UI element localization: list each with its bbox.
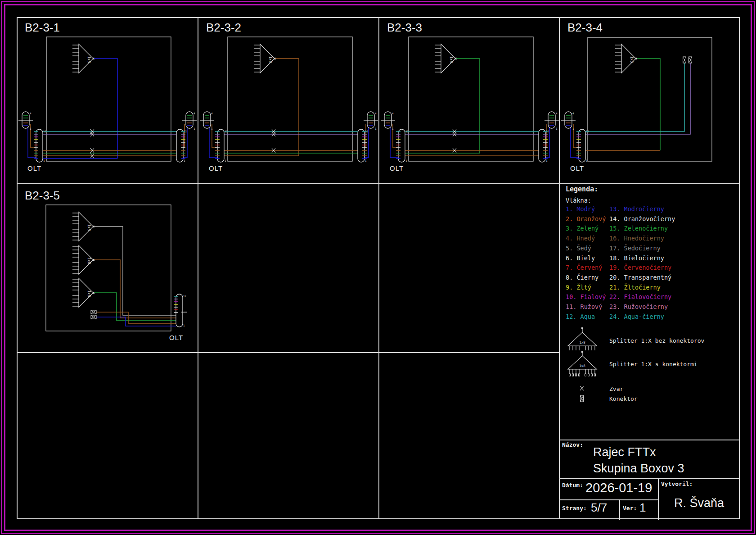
connector-icon [689,57,692,63]
splice-label: Zvar [609,385,623,392]
version-label: Ver: [623,505,637,512]
connector-icon [683,57,686,63]
splitter-with-connectors-icon [568,351,597,376]
cassette-fiber-ticks [174,296,178,313]
olt-label: OLT [570,164,584,172]
fiber-routes [94,227,187,326]
date-value: 2026-01-19 [585,481,652,495]
version-value: 1 [639,501,646,515]
drawing-name: Rajec FTTx Skupina Boxov 3 [593,444,684,476]
splitter-no-connectors-label: Splitter 1:X bez konektorov [609,337,704,344]
panel-title: B2-3-3 [387,21,422,34]
splitter-1x8-icon [435,44,457,73]
splice-icon [580,386,584,390]
date-label: Dátum: [562,482,583,489]
splitter-1x8-icon [615,44,637,73]
panel-b2-3-5: B2-3-5 OLT [17,184,198,353]
splitter-1x8-icon [72,278,94,307]
panel-title: B2-3-4 [567,21,603,34]
olt-label: OLT [27,164,41,172]
splitter-1x8-icon [72,245,94,274]
enclosure-box [46,37,171,161]
panel-title: B2-3-2 [206,21,241,34]
feeder-loop-icon [561,112,576,130]
feeder-loop-icon [381,112,395,130]
fiber-routes [571,59,690,158]
pages-label: Strany: [562,505,587,512]
splitter-with-connectors-label: Splitter 1:X s konektormi [609,361,698,367]
pages-version-divider [619,499,620,520]
connector-icon [91,310,96,314]
splitter-1x8-icon [72,44,94,73]
enclosure-box [409,37,533,161]
olt-label: OLT [169,334,183,341]
drawing-name-line2: Skupina Boxov 3 [593,460,684,476]
feeder-loop-icon [200,112,214,130]
splitter-1x8-icon [72,212,94,241]
panel-title: B2-3-5 [25,189,60,202]
author-label: Vytvoril: [661,481,693,487]
fiber-routes [28,59,187,159]
feeder-loop-icon [18,112,33,130]
drawing-name-line1: Rajec FTTx [593,444,684,460]
name-label: Názov: [562,441,583,448]
panel-b2-3-2: B2-3-2 OLT [198,17,379,184]
name-box-bottom-line [559,478,740,479]
fiber-routes [209,59,369,158]
panel-b2-3-3: B2-3-3 OLT [379,17,560,184]
splitter-no-connectors-icon [568,327,597,350]
panel-b2-3-4: B2-3-4 OLT [559,17,740,184]
date-box-bottom-line [559,499,659,500]
connector-icon [580,395,584,402]
connector-icon [91,315,96,319]
connector-label: Konektor [609,395,638,402]
pages-value: 5/7 [591,501,607,515]
panel-b2-3-1: B2-3-1 OLT [17,17,198,184]
fiber-routes [390,59,549,158]
olt-label: OLT [390,164,404,172]
enclosure-box [588,37,712,161]
olt-label: OLT [209,164,223,172]
splitter-1x8-icon [254,44,276,73]
enclosure-box [228,37,352,161]
legend-symbols: Splitter 1:X bez konektorov Splitter 1:X… [560,184,740,440]
panel-title: B2-3-1 [25,21,60,34]
author-value: R. Švaňa [658,496,740,510]
schematic-sheet: 12 1 4 1 [0,0,756,535]
